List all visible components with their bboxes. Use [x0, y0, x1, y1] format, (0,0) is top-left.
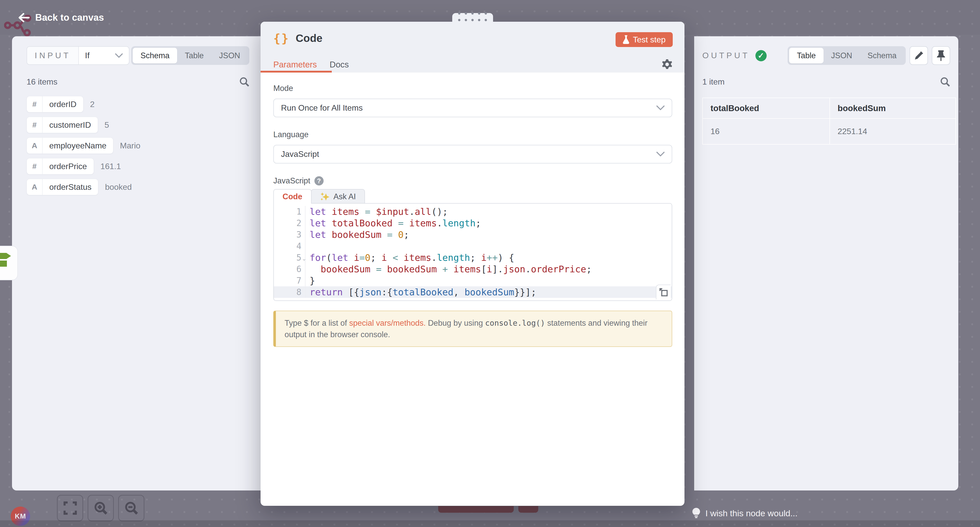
- input-search-icon[interactable]: [239, 77, 249, 87]
- zoom-in-icon: [94, 501, 108, 515]
- schema-field-pill-customerID[interactable]: #customerID: [27, 117, 98, 133]
- language-label: Language: [273, 130, 672, 139]
- pin-data-button[interactable]: [932, 46, 950, 65]
- output-search-icon[interactable]: [940, 77, 950, 87]
- output-cell: 2251.14: [830, 118, 956, 144]
- success-check-icon: ✓: [756, 50, 767, 61]
- code-line-2: 2let totalBooked = items.length;: [274, 217, 672, 229]
- field-name: customerID: [43, 117, 98, 133]
- if-node-icon: [0, 251, 14, 275]
- zoom-out-button[interactable]: [118, 495, 145, 521]
- field-type-icon: A: [27, 138, 43, 153]
- editor-hint-box: Type $ for a list of special vars/method…: [273, 311, 672, 347]
- field-type-icon: #: [27, 158, 43, 174]
- field-name: employeeName: [43, 138, 113, 153]
- tab-docs[interactable]: Docs: [330, 60, 349, 69]
- input-tab-schema[interactable]: Schema: [133, 48, 177, 63]
- field-name: orderPrice: [43, 158, 94, 174]
- line-number: 4: [274, 240, 305, 252]
- canvas-bottom-strip: [0, 521, 980, 527]
- tab-parameters[interactable]: Parameters: [273, 60, 317, 69]
- modal-header: {} Code Test step Parameters Docs: [261, 22, 684, 73]
- arrow-left-icon: [18, 13, 30, 22]
- lightbulb-icon: [692, 508, 700, 519]
- output-tab-schema[interactable]: Schema: [860, 48, 904, 63]
- code-line-6: 6 bookedSum = bookedSum + items[i].json.…: [274, 264, 672, 275]
- test-step-label: Test step: [633, 35, 666, 45]
- schema-field-pill-orderID[interactable]: #orderID: [27, 96, 83, 112]
- field-value: 2: [90, 100, 95, 109]
- code-line-7: 7}: [274, 275, 672, 286]
- canvas-zoom-controls: [57, 495, 145, 521]
- code-line-5: 5⌄for(let i=0; i < items.length; i++) {: [274, 252, 672, 264]
- schema-field-row: AemployeeNameMario: [27, 137, 249, 154]
- input-panel: INPUT If Schema Table JSON 16 items #ord…: [12, 36, 261, 490]
- input-tab-json[interactable]: JSON: [211, 48, 248, 63]
- code-line-8: 8return [{json:{totalBooked, bookedSum}}…: [274, 286, 672, 298]
- pencil-icon: [914, 51, 924, 61]
- output-cell: 16: [703, 118, 830, 144]
- editor-tab-code[interactable]: Code: [273, 189, 312, 204]
- code-editor[interactable]: 1let items = $input.all();2let totalBook…: [273, 203, 672, 301]
- code-node-modal: {} Code Test step Parameters Docs: [261, 22, 684, 506]
- field-type-icon: #: [27, 96, 43, 112]
- expand-editor-button[interactable]: [656, 284, 671, 299]
- help-icon[interactable]: ?: [314, 176, 324, 185]
- editor-tab-ask-ai[interactable]: Ask AI: [311, 189, 365, 204]
- schema-field-pill-orderStatus[interactable]: AorderStatus: [27, 179, 98, 195]
- input-view-tabs: Schema Table JSON: [131, 46, 249, 65]
- output-label: OUTPUT: [702, 51, 750, 60]
- code-text: let bookedSum = 0;: [305, 229, 409, 240]
- line-number: 6: [274, 264, 305, 275]
- field-value: booked: [105, 182, 132, 192]
- output-column-header: bookedSum: [830, 98, 956, 118]
- back-to-canvas-button[interactable]: Back to canvas: [18, 12, 104, 23]
- flask-icon: [623, 35, 629, 44]
- active-tab-underline: [261, 71, 332, 73]
- sparkles-icon: [320, 192, 330, 201]
- editor-tab-code-label: Code: [283, 192, 302, 201]
- input-schema-list: #orderID2#customerID5AemployeeNameMario#…: [27, 96, 249, 195]
- schema-field-row: AorderStatusbooked: [27, 179, 249, 195]
- node-settings-gear-icon[interactable]: [662, 59, 673, 70]
- field-type-icon: #: [27, 117, 43, 133]
- output-tab-table[interactable]: Table: [789, 48, 823, 63]
- dimmed-canvas-button: [518, 506, 538, 513]
- code-line-1: 1let items = $input.all();: [274, 206, 672, 217]
- fold-toggle-icon[interactable]: ⌄: [302, 256, 307, 262]
- special-vars-link[interactable]: special vars/methods.: [349, 319, 426, 327]
- node-feedback-button[interactable]: I wish this node would...: [692, 508, 797, 519]
- drag-dots-icon: [458, 12, 487, 21]
- field-name: orderStatus: [43, 179, 98, 195]
- edit-output-button[interactable]: [910, 46, 928, 65]
- code-text: let items = $input.all();: [305, 206, 448, 217]
- mode-label: Mode: [273, 84, 672, 93]
- mode-select[interactable]: Run Once for All Items: [273, 99, 672, 117]
- fit-view-button[interactable]: [57, 495, 83, 521]
- chevron-down-icon: [115, 53, 123, 58]
- input-node-picker: INPUT If: [27, 46, 129, 65]
- input-tab-table[interactable]: Table: [177, 48, 211, 63]
- mode-select-value: Run Once for All Items: [281, 103, 363, 113]
- code-text: let totalBooked = items.length;: [305, 218, 481, 228]
- input-node-select[interactable]: If: [79, 47, 129, 64]
- output-panel: OUTPUT ✓ Table JSON Schema: [694, 36, 958, 490]
- input-label: INPUT: [35, 51, 71, 60]
- node-feedback-label: I wish this node would...: [705, 508, 797, 518]
- field-value: 5: [105, 120, 109, 130]
- language-select[interactable]: JavaScript: [273, 145, 672, 163]
- output-tab-json[interactable]: JSON: [824, 48, 860, 63]
- code-node-icon: {}: [273, 32, 290, 45]
- floating-input-node-if[interactable]: [0, 246, 18, 280]
- schema-field-pill-employeeName[interactable]: AemployeeName: [27, 137, 113, 154]
- hint-text: Debug by using: [426, 319, 485, 327]
- hint-code-snippet: console.log(): [485, 319, 545, 327]
- pin-icon: [937, 50, 945, 61]
- dimmed-test-workflow-button: [438, 506, 514, 513]
- output-view-tabs: Table JSON Schema: [788, 46, 906, 65]
- test-step-button[interactable]: Test step: [616, 32, 673, 47]
- language-select-value: JavaScript: [281, 149, 319, 159]
- zoom-in-button[interactable]: [88, 495, 114, 521]
- schema-field-pill-orderPrice[interactable]: #orderPrice: [27, 158, 94, 174]
- line-number: 5⌄: [274, 252, 305, 264]
